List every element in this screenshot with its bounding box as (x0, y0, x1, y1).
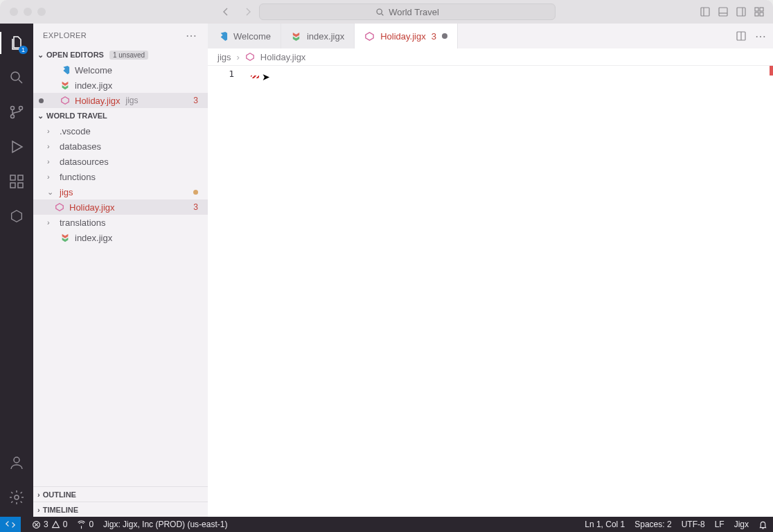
outline-header[interactable]: ›OUTLINE (33, 486, 208, 502)
folder-translations[interactable]: ›translations (33, 215, 208, 230)
svg-point-11 (19, 107, 23, 110)
branch-icon (8, 104, 25, 121)
settings-activity[interactable] (7, 488, 26, 507)
jigx-activity[interactable] (7, 206, 26, 226)
ports-status[interactable]: 0 (77, 520, 94, 529)
jigx-profile-status[interactable]: Jigx: Jigx, Inc (PROD) (us-east-1) (103, 520, 227, 529)
jigx-file-icon (60, 233, 71, 242)
unsaved-pill: 1 unsaved (109, 51, 148, 60)
notifications-status[interactable] (758, 520, 767, 529)
modified-dot-icon (39, 98, 44, 103)
command-center-text: World Travel (389, 7, 439, 17)
hexagon-icon (9, 209, 24, 224)
svg-rect-3 (737, 8, 745, 16)
explorer-badge: 1 (19, 46, 28, 54)
jigx-err-icon (60, 96, 71, 105)
nav-back-icon[interactable] (220, 6, 231, 17)
sidebar: EXPLORER ⋯ ⌄ OPEN EDITORS 1 unsaved Welc… (33, 24, 208, 517)
jigx-err-icon (54, 202, 65, 212)
problem-count: 3 (193, 96, 198, 105)
open-editors-header[interactable]: ⌄ OPEN EDITORS 1 unsaved (33, 47, 208, 62)
explorer-activity[interactable]: 1 (7, 33, 26, 53)
debug-activity[interactable] (7, 137, 26, 157)
svg-rect-7 (760, 12, 763, 16)
line-number: 1 (208, 66, 241, 79)
svg-rect-15 (18, 175, 23, 180)
status-bar: 3 0 0 Jigx: Jigx, Inc (PROD) (us-east-1)… (0, 517, 773, 532)
chevron-down-icon: ⌄ (47, 188, 55, 197)
max-traffic[interactable] (37, 8, 46, 16)
svg-rect-6 (755, 12, 758, 16)
search-icon (375, 8, 384, 17)
chevron-right-icon: › (47, 172, 55, 181)
svg-rect-5 (760, 8, 763, 11)
svg-rect-14 (18, 183, 23, 188)
file-index[interactable]: ›index.jigx (33, 230, 208, 245)
layout-controls (700, 6, 765, 17)
chevron-right-icon: › (47, 218, 55, 227)
open-editor-index[interactable]: index.jigx (33, 78, 208, 93)
tab-bar: Welcome index.jigx Holiday.jigx 3 ⋯ (208, 24, 773, 48)
close-traffic[interactable] (10, 8, 18, 16)
svg-point-9 (11, 107, 15, 110)
error-squiggle (251, 76, 259, 78)
layout-primary-icon[interactable] (700, 6, 711, 17)
svg-rect-2 (719, 8, 727, 16)
editor-more-icon[interactable]: ⋯ (755, 30, 766, 43)
folder-vscode[interactable]: ›.vscode (33, 123, 208, 139)
bell-icon (758, 520, 767, 529)
modified-indicator-icon (193, 190, 198, 195)
layout-secondary-icon[interactable] (736, 6, 747, 17)
workspace-header[interactable]: ⌄ WORLD TRAVEL (33, 108, 208, 123)
account-icon (8, 454, 25, 471)
code-area[interactable]: 1 ➤ (208, 65, 773, 517)
accounts-activity[interactable] (7, 453, 26, 472)
extensions-icon (8, 173, 25, 190)
folder-functions[interactable]: ›functions (33, 169, 208, 184)
encoding-status[interactable]: UTF-8 (682, 520, 705, 529)
open-editor-holiday[interactable]: Holiday.jigx jigs 3 (33, 93, 208, 108)
layout-panel-icon[interactable] (718, 6, 729, 17)
eol-status[interactable]: LF (715, 520, 725, 529)
tab-holiday[interactable]: Holiday.jigx 3 (355, 24, 458, 48)
open-editor-welcome[interactable]: Welcome (33, 62, 208, 78)
svg-point-10 (11, 115, 15, 118)
folder-datasources[interactable]: ›datasources (33, 154, 208, 169)
tab-welcome[interactable]: Welcome (208, 24, 281, 48)
layout-customize-icon[interactable] (754, 6, 765, 17)
gear-icon (8, 489, 25, 506)
error-icon (32, 520, 41, 529)
problems-status[interactable]: 3 0 (32, 520, 67, 529)
language-status[interactable]: Jigx (734, 520, 749, 529)
mouse-cursor-icon: ➤ (262, 71, 270, 82)
extensions-activity[interactable] (7, 172, 26, 191)
chevron-right-icon: › (47, 157, 55, 166)
scm-activity[interactable] (7, 103, 26, 122)
indentation-status[interactable]: Spaces: 2 (634, 520, 671, 529)
breadcrumbs[interactable]: jigs › Holiday.jigx (208, 48, 773, 65)
traffic-lights (10, 8, 46, 16)
jigx-file-icon (291, 31, 301, 42)
timeline-header[interactable]: ›TIMELINE (33, 502, 208, 517)
svg-point-17 (15, 495, 19, 499)
search-activity[interactable] (7, 68, 26, 87)
svg-point-0 (377, 9, 382, 14)
remote-icon (6, 520, 15, 529)
nav-fwd-icon[interactable] (242, 6, 254, 17)
remote-indicator[interactable] (0, 517, 21, 532)
jigx-file-icon (60, 80, 71, 90)
svg-rect-13 (10, 183, 15, 188)
split-editor-icon[interactable] (736, 30, 747, 42)
cursor-position-status[interactable]: Ln 1, Col 1 (585, 520, 625, 529)
folder-databases[interactable]: ›databases (33, 139, 208, 154)
file-holiday[interactable]: Holiday.jigx 3 (33, 200, 208, 215)
activity-bar: 1 (0, 24, 33, 517)
vscode-icon (217, 31, 228, 42)
search-icon (8, 69, 25, 86)
command-center[interactable]: World Travel (259, 3, 556, 20)
min-traffic[interactable] (24, 8, 32, 16)
folder-jigs[interactable]: ⌄jigs (33, 184, 208, 200)
sidebar-more-icon[interactable]: ⋯ (186, 29, 198, 42)
tab-index[interactable]: index.jigx (281, 24, 355, 48)
sidebar-title: EXPLORER ⋯ (33, 24, 208, 47)
